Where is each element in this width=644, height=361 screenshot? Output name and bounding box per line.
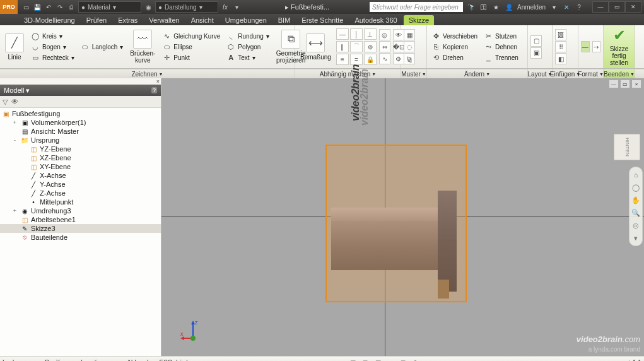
signin-link[interactable]: Anmelden [517,4,546,11]
tab-umgebungen[interactable]: Umgebungen [220,15,272,25]
tree-item[interactable]: +▣Volumenkörper(1) [0,118,161,127]
tree-item[interactable]: -📁Ursprung [0,136,161,145]
maximize-button[interactable]: ▭ [609,1,625,13]
polygon-button[interactable]: ⬡Polygon [225,42,271,52]
tree-item[interactable]: ╱Y-Achse [0,180,161,189]
tab-verwalten[interactable]: Verwalten [144,15,184,25]
tree-item[interactable]: •Mittelpunkt [0,198,161,206]
tree-item[interactable]: ✎Skizze3 [0,224,161,233]
finish-sketch-button[interactable]: ✔ Skizze fertig stellen [606,27,632,66]
bridge-curve-button[interactable]: 〰Brücken- kurve [127,30,158,64]
nav-zoom-icon[interactable]: 🔍 [631,208,641,218]
nav-orbit-icon[interactable]: ◯ [631,182,641,192]
constraint-parallel-icon[interactable]: ∥ [336,41,349,52]
mirror-icon[interactable]: ⧎ [404,53,415,64]
tab-3dmodellierung[interactable]: 3D-Modellierung [19,15,80,25]
tree-item[interactable]: ◫XZ-Ebene [0,153,161,162]
split-button[interactable]: ⎯Trennen [482,52,520,62]
circle-button[interactable]: ◯Kreis ▾ [29,31,76,41]
nav-pan-icon[interactable]: ✋ [631,195,641,205]
move-button[interactable]: ✥Verschieben [430,31,479,41]
tab-ersteschritte[interactable]: Erste Schritte [296,15,348,25]
tree-item[interactable]: ◫XY-Ebene [0,162,161,171]
construction-toggle-icon[interactable]: — [581,41,590,52]
qat-print-icon[interactable]: ⎙ [67,3,76,11]
model-browser-header[interactable]: Modell ▾? [0,85,161,96]
rotate-button[interactable]: ⟲Drehen [430,52,479,62]
tab-bim[interactable]: BIM [273,15,296,25]
centerline-toggle-icon[interactable]: ⇢ [592,41,601,52]
viewport[interactable]: — ▭ × video2brain video2brain HINTEN ⌂ ◯… [161,78,644,356]
qat-redo-icon[interactable]: ↷ [56,3,64,11]
constraint-vertical-icon[interactable]: │ [350,28,363,40]
nav-home-icon[interactable]: ⌂ [631,170,641,180]
mdi-max-icon[interactable]: ▭ [620,80,630,88]
constraint-perp-icon[interactable]: ⊥ [364,28,377,40]
status-icon-1[interactable]: ▦ [348,358,358,361]
status-icon-3[interactable]: ◧ [373,358,383,361]
panel-label-ndern[interactable]: Ändern ▼ [427,69,528,78]
nav-more-icon[interactable]: ▾ [631,233,641,243]
visual-style-dropdown[interactable]: ● Darstellung ▾ [155,1,218,13]
panel-label-beenden[interactable]: Beenden ▼ [604,69,635,78]
rect-pattern-icon[interactable]: ▦ [404,29,415,40]
constraint-conc-icon[interactable]: ◎ [379,29,390,40]
equation-curve-button[interactable]: ∿Gleichung Kurve [160,31,222,41]
qat-appearance-icon[interactable]: ◉ [144,3,153,11]
panel-label-einfgen[interactable]: Einfügen ▼ [553,69,578,78]
layout-b-icon[interactable]: ▣ [530,47,542,59]
fillet-button[interactable]: ◟Rundung ▾ [225,31,271,41]
trim-button[interactable]: ✂Stutzen [482,31,520,41]
tab-ansicht[interactable]: Ansicht [186,15,219,25]
constraint-horizontal-icon[interactable]: — [336,28,349,40]
mdi-min-icon[interactable]: — [609,80,619,88]
constraint-fix-icon[interactable]: 🔒 [364,54,377,65]
constraint-tangent-icon[interactable]: ⌒ [350,41,363,52]
star-icon[interactable]: ★ [492,3,501,11]
tree-item[interactable]: ⦸Bauteilende [0,233,161,242]
tree-item[interactable]: ▤Ansicht: Master [0,127,161,136]
qat-undo-icon[interactable]: ↶ [44,3,53,11]
tree-item[interactable]: ◫YZ-Ebene [0,145,161,153]
key-icon[interactable]: ⚿ [479,3,488,11]
panel-label-muster[interactable]: Muster ▼ [401,69,427,78]
tree-root[interactable]: ▣Fußbefestigung [0,109,161,118]
panel-label-layout[interactable]: Layout ▼ [528,69,553,78]
find-icon[interactable]: 👁 [11,98,18,105]
status-icon-4[interactable]: ▾ [385,358,395,361]
panel-close-icon[interactable]: × [156,78,160,85]
tree-item[interactable]: ╱Z-Achse [0,189,161,198]
constraint-colinear-icon[interactable]: ≡ [336,54,349,65]
text-button[interactable]: AText ▾ [225,52,271,62]
qat-open-icon[interactable]: ▭ [21,3,30,11]
nav-lookat-icon[interactable]: ◎ [631,220,641,230]
layout-a-icon[interactable]: ▢ [530,35,542,47]
insert-points-icon[interactable]: ⠿ [555,41,566,52]
status-icon-2[interactable]: ⊡ [360,358,370,361]
constraint-equal-icon[interactable]: = [350,54,363,65]
tree-item[interactable]: ╱X-Achse [0,171,161,180]
ellipse-button[interactable]: ⬭Ellipse [160,42,222,52]
tab-prfen[interactable]: Prüfen [81,15,112,25]
help-search-input[interactable]: Stichwort oder Frage eingeben [370,2,463,12]
user-icon[interactable]: 👤 [505,3,513,11]
rect-button[interactable]: ▭Rechteck ▾ [29,52,76,62]
circ-pattern-icon[interactable]: ◌ [404,41,415,52]
close-button[interactable]: ✕ [625,1,641,13]
line-button[interactable]: ╱Linie [3,33,26,61]
tab-extras[interactable]: Extras [113,15,143,25]
filter-icon[interactable]: ▽ [3,98,8,106]
copy-button[interactable]: ⎘Kopieren [430,42,479,52]
panel-label-format[interactable]: Format ▼ [578,69,604,78]
exchange-icon[interactable]: ✕ [562,3,571,11]
status-icon-6[interactable]: ⟳ [411,358,421,361]
app-icon[interactable]: PRO [0,0,18,14]
minimize-button[interactable]: — [592,1,609,13]
status-icon-5[interactable]: ⊞ [398,358,408,361]
constraint-coinc-icon[interactable]: ⊚ [364,41,377,52]
slot-button[interactable]: ⬭Langloch ▾ [79,42,126,52]
material-dropdown[interactable]: ● Material ▾ [78,1,141,13]
constraint-smooth-icon[interactable]: ∿ [379,53,390,64]
insert-acad-icon[interactable]: ◧ [555,53,566,64]
viewcube[interactable]: HINTEN [614,134,640,160]
